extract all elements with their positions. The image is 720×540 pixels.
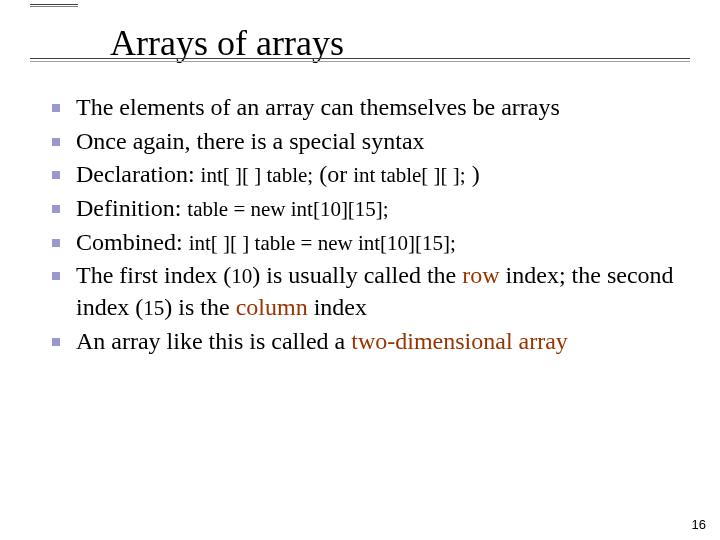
highlight-column: column	[236, 294, 308, 320]
code-snippet: int[ ][ ] table = new int[10][15];	[189, 231, 456, 255]
bullet-text: The elements of an array can themselves …	[76, 94, 560, 120]
bullet-text: Declaration:	[76, 161, 201, 187]
bullet-text: index	[308, 294, 367, 320]
list-item: Once again, there is a special syntax	[48, 126, 680, 158]
highlight-term: two-dimensional array	[351, 328, 568, 354]
code-snippet: int table[ ][ ];	[353, 163, 466, 187]
bullet-text: ) is usually called the	[252, 262, 462, 288]
list-item: Combined: int[ ][ ] table = new int[10][…	[48, 227, 680, 259]
body-region: The elements of an array can themselves …	[48, 92, 680, 359]
bullet-text: An array like this is called a	[76, 328, 351, 354]
bullet-list: The elements of an array can themselves …	[48, 92, 680, 357]
bullet-text: )	[466, 161, 480, 187]
code-snippet: 15	[143, 296, 164, 320]
bullet-text: Definition:	[76, 195, 187, 221]
list-item: The first index (10) is usually called t…	[48, 260, 680, 323]
list-item: Declaration: int[ ][ ] table; (or int ta…	[48, 159, 680, 191]
bullet-text: The first index (	[76, 262, 231, 288]
list-item: An array like this is called a two-dimen…	[48, 326, 680, 358]
list-item: Definition: table = new int[10][15];	[48, 193, 680, 225]
bullet-text: ) is the	[164, 294, 235, 320]
page-number: 16	[692, 517, 706, 532]
slide: Arrays of arrays The elements of an arra…	[0, 0, 720, 540]
code-snippet: table = new int[10][15];	[187, 197, 388, 221]
list-item: The elements of an array can themselves …	[48, 92, 680, 124]
code-snippet: int[ ][ ] table;	[201, 163, 314, 187]
title-rule-bottom	[30, 58, 690, 62]
title-rule-top	[30, 4, 78, 7]
highlight-row: row	[462, 262, 499, 288]
code-snippet: 10	[231, 264, 252, 288]
bullet-text: Combined:	[76, 229, 189, 255]
bullet-text: Once again, there is a special syntax	[76, 128, 425, 154]
bullet-text: (or	[313, 161, 353, 187]
